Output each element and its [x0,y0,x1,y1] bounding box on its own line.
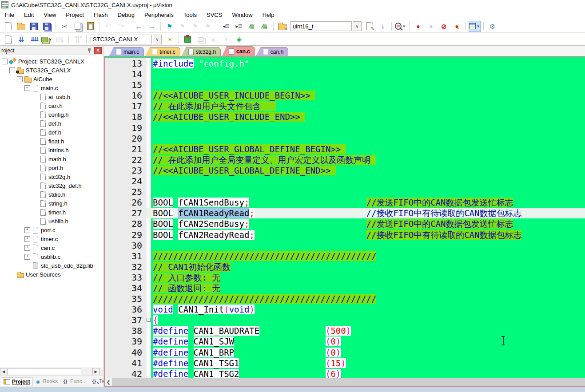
code-line-text[interactable]: #define CAN1_TSG2 (6) [151,368,585,378]
batch-build-button[interactable]: ▾ [41,34,53,45]
menu-item-window[interactable]: Window [227,11,257,19]
tree-item-project-stc32g-canlx[interactable]: −Project: STC32G_CANLX [0,57,103,66]
code-line-text[interactable]: // CAN1初始化函数 [151,261,585,272]
expander-plus-icon[interactable]: + [24,227,30,233]
chevron-down-icon[interactable]: ▾ [402,24,406,28]
save-all-button[interactable] [41,21,53,32]
target-options-button[interactable] [164,34,176,45]
open-file-button[interactable] [15,21,27,32]
manage-components-button[interactable] [182,34,194,45]
code-line-text[interactable]: // 入口参数: 无 [151,272,585,283]
next-bookmark-button[interactable] [189,21,201,32]
tree-item-port-c[interactable]: +port.c [0,226,103,234]
menu-item-view[interactable]: View [39,11,61,19]
paste-button[interactable] [84,21,96,32]
undo-button[interactable] [102,21,114,32]
project-panel-hscrollbar[interactable]: ◀ ▶ [0,368,103,376]
code-line-text[interactable]: BOOL fCAN2ReadyRead; //接收FIFO中有待读取的CAN数据… [151,230,585,240]
indent-button[interactable] [233,21,245,32]
pin-icon[interactable] [87,48,92,53]
code-line-text[interactable]: BOOL fCAN1SendBusy; //发送FIFO中的CAN数据包发送忙标… [151,197,585,208]
tree-item-stdio-h[interactable]: stdio.h [0,190,103,199]
code-line-text[interactable]: //<<AICUBE_USER_GLOBAL_DEFINE_END>> [151,165,585,176]
scroll-left-arrow-icon[interactable]: ◀ [0,368,7,375]
code-line-text[interactable]: #define CAN1_SJW (0) [151,336,585,347]
expander-plus-icon[interactable]: + [24,254,30,260]
menu-item-peripherals[interactable]: Peripherals [139,11,179,19]
document-tab-can-c[interactable]: can.c [222,46,255,56]
editor-hscrollbar[interactable]: ❮ [105,378,585,386]
code-editor[interactable]: 13#include "config.h"141516//<<AICUBE_US… [105,57,585,378]
code-line-text[interactable]: //<<AICUBE_USER_INCLUDE_BEGIN>> [151,90,585,101]
tree-item-usblib-c[interactable]: +usblib.c [0,252,103,261]
menu-item-flash[interactable]: Flash [89,11,113,19]
tree-item-aicube[interactable]: −AiCube [0,75,103,83]
download-button[interactable]: LOAD⇊ [72,34,84,45]
redo-button[interactable] [115,21,127,32]
code-line-text[interactable] [151,186,585,197]
expander-plus-icon[interactable]: + [24,236,30,242]
translate-file-button[interactable] [2,34,14,45]
code-line-text[interactable]: // 在此添加用户头文件包含 [151,101,585,111]
navigate-forward-button[interactable] [146,21,158,32]
document-tab-main-c[interactable]: main.c [109,47,144,56]
tree-item-stc32g-h[interactable]: stc32g.h [0,172,103,181]
find-in-files-button[interactable] [276,21,288,32]
tree-item-stc-usb-cdc-32g-lib[interactable]: stc_usb_cdc_32g.lib [0,261,103,270]
menu-item-svcs[interactable]: SVCS [202,11,227,19]
code-line-text[interactable]: { [151,315,585,325]
incremental-find-button[interactable] [377,21,389,32]
tree-item-can-h[interactable]: can.h [0,101,103,110]
tree-item-main-c[interactable]: −main.c [0,83,103,92]
file-extensions-button[interactable] [220,34,232,45]
enable-disable-breakpoint-button[interactable] [425,21,437,32]
expander-minus-icon[interactable]: − [2,59,8,64]
new-file-button[interactable] [2,21,14,32]
code-line-text[interactable] [151,79,585,90]
tree-item-usblib-h[interactable]: usblib.h [0,217,103,226]
menu-item-help[interactable]: Help [258,11,279,19]
tree-item-stc32g-def-h[interactable]: stc32g_def.h [0,181,103,190]
save-button[interactable] [28,21,40,32]
document-tab-can-h[interactable]: can.h [256,47,288,56]
code-line-text[interactable]: ////////////////////////////////////////… [151,251,585,261]
menu-item-debug[interactable]: Debug [113,11,139,19]
chevron-down-icon[interactable]: ∨ [153,35,162,44]
code-line-text[interactable]: #include "config.h" [151,58,585,69]
code-line-text[interactable]: //<<AICUBE_USER_GLOBAL_DEFINE_BEGIN>> [151,144,585,154]
chevron-down-icon[interactable]: ∨ [353,21,362,31]
tree-item-timer-h[interactable]: timer.h [0,208,103,217]
menu-item-edit[interactable]: Edit [19,11,39,19]
tree-item-timer-c[interactable]: +timer.c [0,234,103,243]
tree-item-intrins-h[interactable]: intrins.h [0,146,103,154]
tree-item-user-sources[interactable]: User Sources [0,270,103,279]
expander-minus-icon[interactable]: − [17,76,23,82]
panel-tab-func[interactable]: Func... [60,377,89,385]
chevron-down-icon[interactable]: ▾ [48,37,52,42]
code-line-text[interactable]: BOOL fCAN1ReadyRead; //接收FIFO中有待读取的CAN数据… [151,208,585,218]
code-line-text[interactable]: // 函数返回: 无 [151,283,585,293]
scroll-right-arrow-icon[interactable]: ▶ [92,368,99,375]
prev-bookmark-button[interactable] [176,21,188,32]
tree-item-def-h[interactable]: def.h [0,128,103,137]
menu-item-tools[interactable]: Tools [179,11,202,19]
insert-breakpoint-button[interactable] [412,21,424,32]
tree-item-math-h[interactable]: math.h [0,154,103,163]
code-line-text[interactable]: #define CAN1_TSG1 (15) [151,358,585,368]
navigate-back-button[interactable] [133,21,145,32]
close-panel-button[interactable]: x [94,47,102,54]
scroll-left-arrow-icon[interactable]: ❮ [105,378,112,386]
multi-project-button[interactable] [233,34,245,45]
code-line-text[interactable] [151,133,585,144]
configure-windows-button[interactable]: ▾ [469,21,481,32]
expander-plus-icon[interactable]: + [24,245,30,251]
code-line-text[interactable]: //<<AICUBE_USER_INCLUDE_END>> [151,111,585,122]
uncomment-selection-button[interactable] [259,21,271,32]
tree-item-ai-usb-h[interactable]: ai_usb.h [0,92,103,101]
code-line-text[interactable]: void CAN1_Init(void) [151,304,585,315]
copy-button[interactable] [72,21,84,32]
rebuild-button[interactable] [28,34,40,45]
unindent-button[interactable] [220,21,232,32]
tree-item-float-h[interactable]: float.h [0,137,103,146]
tree-item-stc32g-canlx[interactable]: −STC32G_CANLX [0,66,103,75]
